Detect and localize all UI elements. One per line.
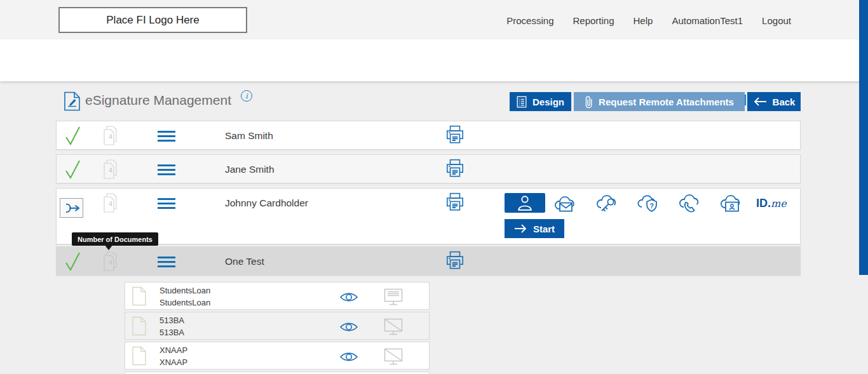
cloud-security-question-icon[interactable]: ? (636, 194, 661, 215)
signer-name: Johnny Cardholder (225, 197, 308, 209)
cloud-phone-icon[interactable] (677, 194, 703, 214)
nav-help[interactable]: Help (634, 15, 653, 26)
document-subtitle: XNAAP (159, 356, 187, 368)
document-row-xnaap: XNAAP XNAAP (125, 342, 430, 370)
start-button-label: Start (533, 224, 555, 234)
back-button-label: Back (773, 97, 796, 107)
document-title: XNAAP (159, 344, 187, 356)
paperclip-icon (585, 95, 593, 109)
print-icon[interactable] (444, 158, 466, 180)
fi-logo-placeholder: Place FI Logo Here (58, 7, 247, 33)
top-bar: Place FI Logo Here Processing Reporting … (0, 0, 868, 39)
request-remote-attachments-label: Request Remote Attachments (599, 97, 734, 107)
monitor-disabled-icon (383, 347, 403, 366)
document-page-icon (132, 286, 147, 306)
print-icon[interactable] (444, 124, 466, 146)
document-count-icon[interactable]: 4 (102, 192, 119, 214)
cloud-email-icon[interactable] (552, 194, 578, 214)
document-page-icon (132, 316, 147, 336)
signer-name: Jane Smith (225, 164, 275, 175)
nav-processing[interactable]: Processing (506, 15, 553, 26)
document-count-icon[interactable]: 4 (102, 159, 119, 180)
svg-text:?: ? (649, 202, 654, 210)
esignature-document-pen-icon (64, 91, 81, 111)
design-button[interactable]: Design (510, 92, 571, 111)
document-count: 4 (102, 259, 119, 266)
cloud-id-card-icon[interactable] (719, 194, 744, 214)
nav-reporting[interactable]: Reporting (573, 15, 614, 26)
document-row-partial (125, 371, 430, 374)
signer-name: One Test (225, 256, 264, 267)
info-icon[interactable]: i (241, 90, 252, 102)
request-remote-attachments-button[interactable]: Request Remote Attachments (574, 92, 745, 111)
document-title-block: XNAAP XNAAP (159, 344, 187, 368)
signed-check-icon (63, 125, 82, 147)
document-page-icon (132, 346, 147, 366)
scrollbar-thumb[interactable] (859, 0, 868, 275)
design-document-icon (517, 96, 527, 108)
document-title-block: 513BA 513BA (159, 314, 184, 338)
document-title: StudentsLoan (159, 284, 210, 297)
idme-logo[interactable]: ID.me (756, 197, 787, 210)
document-title-block: StudentsLoan StudentsLoan (159, 284, 210, 309)
page-title: eSignature Management (85, 93, 231, 108)
signer-row-sam-smith: 4 Sam Smith (56, 121, 801, 150)
number-of-documents-tooltip: Number of Documents (72, 232, 158, 246)
cloud-key-icon[interactable] (595, 194, 620, 214)
monitor-display-icon[interactable] (383, 288, 403, 307)
nav-user-automationtest1[interactable]: AutomationTest1 (672, 15, 743, 26)
monitor-disabled-icon (383, 317, 403, 337)
signed-check-icon (63, 251, 82, 272)
document-subtitle: StudentsLoan (159, 297, 210, 309)
reorder-handle-icon[interactable] (158, 198, 175, 211)
tooltip-text: Number of Documents (78, 236, 153, 243)
document-count-icon[interactable]: 4 (102, 251, 119, 272)
preview-eye-icon[interactable] (339, 291, 358, 304)
idme-logo-italic: me (771, 197, 787, 210)
design-button-label: Design (532, 97, 564, 107)
signer-row-johnny-cardholder: 4 Johnny Cardholder (56, 188, 801, 244)
print-icon[interactable] (444, 192, 466, 213)
idme-logo-bold: ID. (756, 197, 771, 210)
fi-logo-text: Place FI Logo Here (106, 14, 199, 27)
reorder-handle-icon[interactable] (158, 257, 175, 270)
start-arrow-icon (514, 224, 527, 234)
print-icon[interactable] (444, 250, 466, 272)
back-arrow-icon (753, 97, 767, 107)
signer-row-jane-smith: 4 Jane Smith (56, 154, 801, 184)
tooltip-pointer (105, 245, 112, 250)
reorder-handle-icon[interactable] (158, 164, 175, 178)
merge-arrow-button[interactable] (60, 198, 83, 218)
document-count: 4 (102, 201, 119, 208)
document-count: 4 (102, 133, 119, 140)
signer-row-one-test: 4 One Test (56, 246, 801, 276)
document-subtitle: 513BA (159, 326, 184, 338)
document-count-icon[interactable]: 4 (102, 125, 119, 147)
document-row-513ba: 513BA 513BA (125, 312, 430, 340)
document-title: 513BA (159, 314, 184, 326)
start-button[interactable]: Start (505, 219, 564, 238)
page-header: eSignature Management i IMM eSign (0, 39, 868, 81)
preview-eye-icon[interactable] (339, 321, 358, 333)
top-nav: Processing Reporting Help AutomationTest… (506, 15, 791, 26)
document-count: 4 (102, 167, 119, 174)
back-button[interactable]: Back (747, 92, 801, 111)
signed-check-icon (63, 159, 82, 180)
sign-in-person-button[interactable] (505, 193, 545, 213)
signer-name: Sam Smith (225, 130, 273, 142)
reorder-handle-icon[interactable] (158, 131, 175, 144)
nav-logout[interactable]: Logout (762, 15, 791, 26)
document-row-studentsloan: StudentsLoan StudentsLoan (125, 282, 430, 310)
preview-eye-icon[interactable] (339, 351, 358, 363)
